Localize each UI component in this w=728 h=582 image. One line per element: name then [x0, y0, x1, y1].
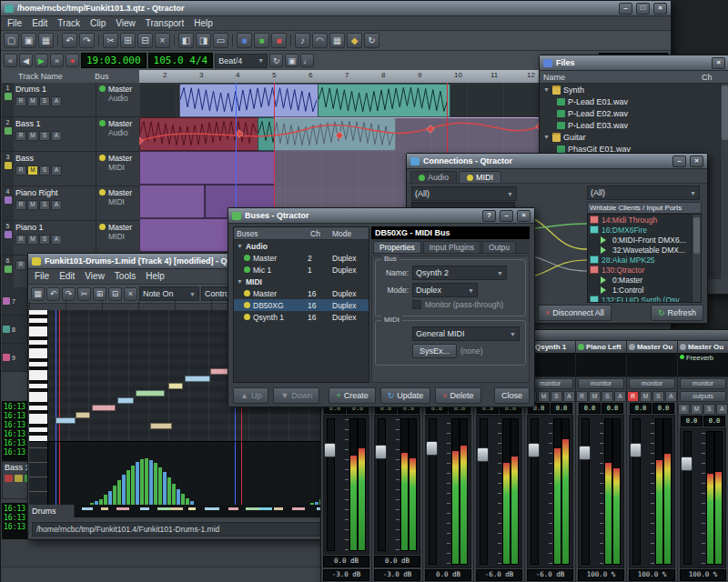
fader-handle[interactable]	[681, 457, 693, 471]
range-mode-icon[interactable]: ◨	[196, 33, 211, 48]
track-r-button[interactable]: R	[15, 131, 26, 141]
track-bus-cell[interactable]: MasterAudio	[96, 83, 139, 116]
bus-row[interactable]: ▼Audio	[234, 240, 369, 252]
track-s-button[interactable]: S	[39, 166, 50, 176]
midi-note[interactable]	[150, 423, 172, 429]
track-a-button[interactable]: A	[51, 166, 62, 176]
rewind-start-icon[interactable]: «	[4, 54, 17, 67]
backward-icon[interactable]: ◀	[19, 54, 33, 67]
fader-slot[interactable]	[531, 418, 539, 565]
track-name-cell[interactable]: Piano 1RMSA	[14, 221, 96, 255]
automation-curve[interactable]	[139, 119, 540, 152]
input-filter-combo[interactable]: (All)▼	[587, 186, 700, 200]
track-bus-cell[interactable]: MasterMIDI	[96, 221, 139, 255]
save-session-icon[interactable]: ▦	[38, 33, 54, 48]
gain-value-display[interactable]: 100.0 %	[680, 569, 726, 581]
velocity-bar[interactable]	[126, 470, 130, 506]
track-s-button[interactable]: S	[39, 131, 50, 141]
monitor-checkbox[interactable]	[412, 300, 421, 309]
track-row[interactable]: 2Bass 1RMSAMasterAudio	[2, 117, 139, 152]
strip-s-button[interactable]: S	[652, 391, 664, 402]
track-r-button[interactable]: R	[15, 96, 26, 106]
track-name-cell[interactable]: Bass 1RMSA	[14, 117, 96, 151]
track-s-button[interactable]: S	[39, 235, 50, 245]
connection-item[interactable]: 0:MIDI-Front DMX6...	[588, 235, 701, 245]
buses-list[interactable]: Buses Ch Mode ▼AudioMaster2DuplexMic 11D…	[233, 226, 369, 383]
down-button[interactable]: ▼Down	[273, 387, 319, 404]
copy-icon[interactable]: ⊞	[120, 33, 136, 48]
sysex-button[interactable]: SysEx...	[412, 344, 457, 358]
fader-slot[interactable]	[581, 418, 590, 565]
fader-handle[interactable]	[630, 443, 642, 457]
connection-item[interactable]: 14:Midi Through	[588, 215, 701, 225]
menu-transport[interactable]: Transport	[146, 18, 184, 28]
track-r-button[interactable]: R	[15, 166, 26, 176]
velocity-bar[interactable]	[122, 475, 126, 506]
strip-a-button[interactable]: A	[614, 391, 626, 402]
connections-close-button[interactable]: ×	[690, 156, 703, 167]
track-bus-cell[interactable]: MasterMIDI	[96, 186, 139, 220]
loop-toggle-icon[interactable]: ↻	[269, 54, 283, 67]
velocity-bar[interactable]	[136, 462, 139, 506]
velocity-bar[interactable]	[149, 460, 153, 506]
strip-m-button[interactable]: M	[640, 391, 652, 402]
input-ports-list[interactable]: 14:Midi Through16:DMX6Fire0:MIDI-Front D…	[587, 214, 702, 303]
velocity-bar[interactable]	[140, 459, 144, 506]
velocity-bar[interactable]	[163, 472, 167, 506]
create-button[interactable]: +Create	[329, 387, 375, 404]
files-titlebar[interactable]: Files ×	[540, 55, 728, 71]
midi-menu-view[interactable]: View	[85, 271, 105, 282]
connection-item[interactable]: 16:DMX6Fire	[588, 225, 701, 235]
files-column-headers[interactable]: Name Ch	[540, 71, 728, 84]
connection-item[interactable]: 0:Master	[588, 275, 701, 285]
files-ch-column[interactable]: Ch	[702, 73, 728, 82]
menu-clip[interactable]: Clip	[90, 18, 106, 28]
strip-s-button[interactable]: S	[602, 391, 613, 402]
track-r-button[interactable]: R	[15, 235, 26, 245]
snap-combo[interactable]: Beat/4 ▼	[215, 54, 268, 68]
strip-plugin-list[interactable]: Freeverb	[678, 353, 728, 377]
refresh-button[interactable]: ↻ Refresh	[651, 305, 703, 321]
mixer-strip-header[interactable]: Piano Left	[576, 341, 626, 353]
files-scrollbar[interactable]	[720, 84, 728, 279]
gain-value-display[interactable]: 0.0 dB	[425, 569, 471, 581]
strip-a-button[interactable]: A	[563, 391, 575, 402]
connection-item[interactable]: 130:Qtractor	[588, 265, 701, 275]
velocity-bar[interactable]	[131, 466, 135, 506]
play-icon[interactable]: ▶	[35, 54, 48, 67]
fader-handle[interactable]	[477, 447, 489, 462]
track-m-button[interactable]: M	[27, 200, 38, 210]
gain-value-display[interactable]: 100.0 %	[629, 569, 675, 581]
rect-mode-icon[interactable]: ▭	[213, 33, 228, 48]
gain-value-display[interactable]: 100.0 %	[578, 569, 624, 581]
bus-name-combo[interactable]: Qsynth 2▼	[412, 266, 507, 280]
track-row[interactable]: 5Piano 1RMSAMasterMIDI	[2, 221, 139, 256]
clip-blue-icon[interactable]: ■	[237, 33, 252, 48]
metronome-icon[interactable]: ♩	[300, 54, 314, 67]
track-m-button[interactable]: M	[27, 131, 38, 141]
track-m-button[interactable]: M	[27, 235, 38, 245]
strip-m-button[interactable]: M	[691, 404, 703, 415]
strip-plugin-list[interactable]	[627, 353, 677, 377]
buses-titlebar[interactable]: Buses - Qtractor ? – ×	[228, 208, 534, 224]
strip-s-button[interactable]: S	[703, 404, 715, 415]
mixer-strip-header[interactable]: Master Ou	[678, 341, 728, 353]
track-s-button[interactable]: S	[39, 200, 50, 210]
track-row[interactable]: 1Drums 1RMSAMasterAudio	[2, 83, 139, 117]
fader-slot[interactable]	[378, 418, 386, 551]
bus-row[interactable]: Master2Duplex	[234, 252, 369, 264]
track-s-button[interactable]: S	[39, 96, 50, 106]
audio-clip-drums-a[interactable]	[179, 84, 319, 117]
strip-m-button[interactable]: M	[538, 391, 550, 402]
track-r-button[interactable]: R	[15, 200, 26, 210]
track-a-button[interactable]: A	[51, 131, 62, 141]
midi-clip-bass[interactable]	[139, 151, 276, 185]
velocity-bar[interactable]	[117, 480, 121, 506]
strip-r-button[interactable]: R	[576, 391, 588, 402]
piano-keys[interactable]	[29, 310, 48, 441]
midi-note[interactable]	[92, 405, 116, 411]
redo-icon[interactable]: ↷	[79, 33, 95, 48]
output-filter-combo[interactable]: (All)▼	[411, 186, 517, 201]
midi-note[interactable]	[210, 368, 228, 375]
strip-r-button[interactable]: R	[627, 391, 639, 402]
